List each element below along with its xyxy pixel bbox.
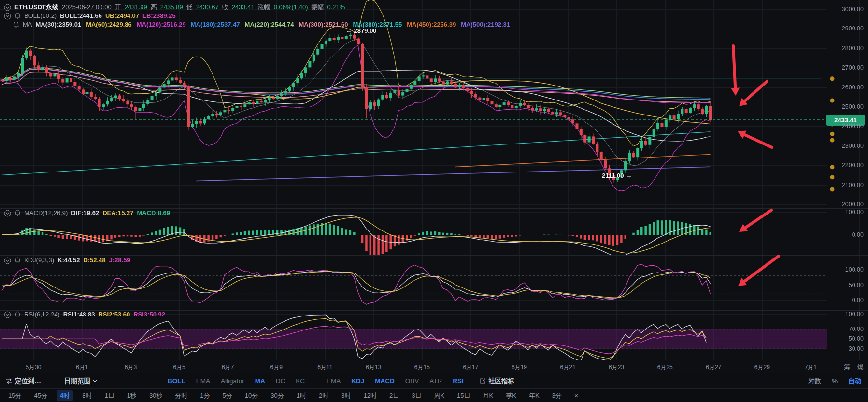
ma-values-list: MA(30):2359.01MA(60):2429.86MA(120):2516… <box>36 21 511 29</box>
chart-canvas[interactable] <box>0 0 868 361</box>
ma-title[interactable]: MA <box>23 21 32 29</box>
timeframe-15日[interactable]: 15日 <box>454 390 473 401</box>
timeframe-年K[interactable]: 年K <box>526 390 543 401</box>
liquidation-button[interactable]: 爆 <box>857 363 864 372</box>
date-tick-5月30: 5月30 <box>26 363 41 372</box>
date-tick-7月1: 7月1 <box>805 363 817 372</box>
kdj-k-value: K:44.52 <box>57 257 80 264</box>
timeframe-分时[interactable]: 分时 <box>171 390 191 401</box>
change-label: 涨幅 <box>258 3 270 11</box>
timeframe-10分[interactable]: 10分 <box>242 390 261 401</box>
price-tick-2900.00: 2900.00 <box>836 25 864 32</box>
timeframe-toolbar: 15分45分4时8时1日1秒30秒分时1分5分10分30分1时2时3时12时2日… <box>0 389 868 402</box>
alert-bell-icon[interactable] <box>13 21 19 28</box>
price-tick-2000.00: 2000.00 <box>836 201 864 208</box>
timeframe-30分[interactable]: 30分 <box>267 390 287 401</box>
timeframe-45分[interactable]: 45分 <box>30 390 50 401</box>
price-tick-2500.00: 2500.00 <box>836 103 864 110</box>
high-annotation: ← 2879.00 <box>346 27 377 34</box>
macd-title[interactable]: MACD(12,26,9) <box>24 209 68 217</box>
timeframe-3日[interactable]: 3日 <box>408 390 425 401</box>
auto-scale-toggle[interactable]: 自动 <box>848 377 861 386</box>
ma-value-2: MA(120):2516.29 <box>137 21 186 29</box>
overlay-indicator-kc[interactable]: KC <box>296 377 305 385</box>
sub-indicator-kdj[interactable]: KDJ <box>351 377 364 385</box>
ma-value-7: MA(450):2256.39 <box>407 21 456 29</box>
rsi-header: RSI(6,12,24) RSI1:48.83 RSI2:53.60 RSI3:… <box>4 311 165 318</box>
time-axis[interactable]: 5月306月16月36月56月76月96月116月136月156月176月196… <box>0 360 868 373</box>
remove-timeframe-button[interactable]: × <box>571 390 582 401</box>
chip-distribution-button[interactable]: 筹 <box>844 363 850 372</box>
alert-bell-icon[interactable] <box>14 257 21 264</box>
date-tick-6月23: 6月23 <box>609 363 624 372</box>
timeframe-8时[interactable]: 8时 <box>79 390 95 401</box>
overlay-indicator-boll[interactable]: BOLL <box>168 377 185 385</box>
timeframe-3分[interactable]: 3分 <box>549 390 565 401</box>
timeframe-1秒[interactable]: 1秒 <box>124 390 140 401</box>
ma-value-8: MA(500):2192.31 <box>461 21 510 29</box>
ma-value-0: MA(30):2359.01 <box>36 21 82 29</box>
timeframe-月K[interactable]: 月K <box>480 390 497 401</box>
symbol-name[interactable]: ETH/USDT永续 <box>14 3 58 11</box>
kdj-tick-100: 100.00 <box>836 266 864 273</box>
timeframe-2日[interactable]: 2日 <box>386 390 402 401</box>
locate-label: 定位到… <box>15 377 41 386</box>
rsi-tick-30: 30.00 <box>836 345 864 352</box>
sub-indicator-obv[interactable]: OBV <box>405 377 419 385</box>
timeframe-4时[interactable]: 4时 <box>57 390 73 401</box>
collapse-chevron-icon[interactable] <box>4 4 11 11</box>
timeframe-周K[interactable]: 周K <box>430 390 448 401</box>
boll-header: BOLL(10,2) BOLL:2441.66 UB:2494.07 LB:23… <box>4 12 176 20</box>
timeframe-1日[interactable]: 1日 <box>101 390 117 401</box>
overlay-indicator-ma[interactable]: MA <box>255 377 265 385</box>
high-value: 2435.89 <box>160 3 183 11</box>
boll-mid-value: BOLL:2441.66 <box>60 12 102 20</box>
sub-indicator-ema[interactable]: EMA <box>327 377 341 385</box>
timeframe-15分[interactable]: 15分 <box>5 390 25 401</box>
kdj-title[interactable]: KDJ(9,3,3) <box>24 257 54 264</box>
macd-dea-value: DEA:15.27 <box>102 209 133 217</box>
collapse-chevron-icon[interactable] <box>4 210 11 217</box>
community-indicator-label: 社区指标 <box>488 377 514 386</box>
boll-title[interactable]: BOLL(10,2) <box>24 12 57 20</box>
kdj-j-value: J:28.59 <box>109 257 130 264</box>
timeframe-1时[interactable]: 1时 <box>293 390 310 401</box>
price-tick-2200.00: 2200.00 <box>836 162 864 169</box>
timeframe-3时[interactable]: 3时 <box>338 390 354 401</box>
sub-indicator-macd[interactable]: MACD <box>375 377 395 385</box>
open-label: 开 <box>115 3 121 11</box>
ma-value-1: MA(60):2429.86 <box>86 21 132 29</box>
overlay-indicator-alligator[interactable]: Alligator <box>221 377 244 385</box>
rsi-title[interactable]: RSI(6,12,24) <box>24 311 60 318</box>
date-tick-6月17: 6月17 <box>463 363 478 372</box>
collapse-chevron-icon[interactable] <box>4 257 11 264</box>
overlay-indicator-ema[interactable]: EMA <box>196 377 210 385</box>
timeframe-2时[interactable]: 2时 <box>315 390 332 401</box>
collapse-chevron-icon[interactable] <box>4 13 11 20</box>
collapse-chevron-icon[interactable] <box>4 311 11 318</box>
rsi2-value: RSI2:53.60 <box>98 311 130 318</box>
overlay-indicator-dc[interactable]: DC <box>276 377 285 385</box>
rsi-tick-50: 50.00 <box>836 335 864 342</box>
locate-button[interactable]: 定位到… <box>6 377 41 386</box>
alert-bell-icon[interactable] <box>14 13 21 19</box>
community-indicator-button[interactable]: 社区指标 <box>480 377 514 386</box>
timeframe-30秒[interactable]: 30秒 <box>146 390 166 401</box>
date-range-button[interactable]: 日期范围 <box>64 377 97 386</box>
sub-indicator-group: EMAKDJMACDOBVATRRSI <box>321 377 469 385</box>
low-value: 2430.67 <box>196 3 219 11</box>
date-tick-6月21: 6月21 <box>560 363 576 372</box>
percent-scale-toggle[interactable]: % <box>832 377 838 385</box>
timeframe-1分[interactable]: 1分 <box>197 390 213 401</box>
ma-value-4: MA(220):2544.74 <box>245 21 294 29</box>
log-scale-toggle[interactable]: 对数 <box>808 377 821 386</box>
price-tick-2400.00: 2400.00 <box>836 123 864 129</box>
timeframe-季K[interactable]: 季K <box>502 390 520 401</box>
alert-bell-icon[interactable] <box>14 311 21 318</box>
close-label: 收 <box>222 3 228 11</box>
sub-indicator-atr[interactable]: ATR <box>429 377 442 385</box>
timeframe-5分[interactable]: 5分 <box>219 390 236 401</box>
timeframe-12时[interactable]: 12时 <box>360 390 380 401</box>
sub-indicator-rsi[interactable]: RSI <box>453 377 464 385</box>
alert-bell-icon[interactable] <box>14 210 21 216</box>
